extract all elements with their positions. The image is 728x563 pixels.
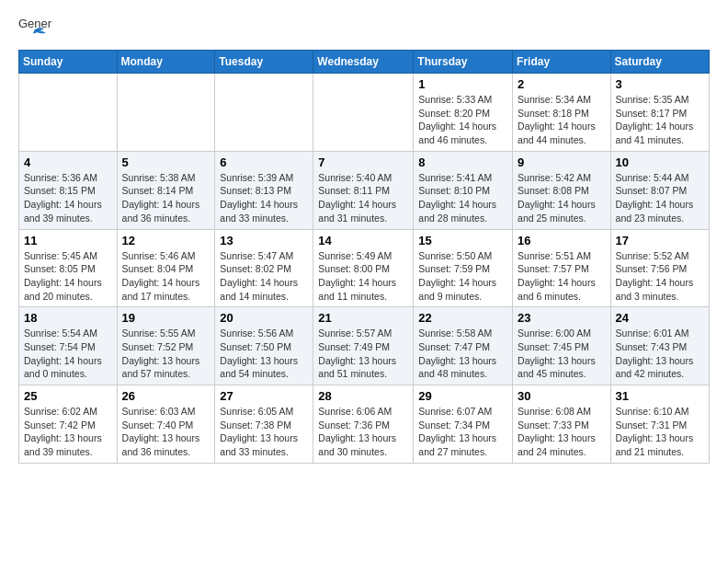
day-number: 10	[616, 155, 704, 169]
calendar-cell: 30Sunrise: 6:08 AM Sunset: 7:33 PM Dayli…	[513, 385, 611, 464]
day-number: 22	[418, 311, 507, 325]
day-number: 26	[122, 389, 210, 403]
calendar-cell: 17Sunrise: 5:52 AM Sunset: 7:56 PM Dayli…	[610, 229, 709, 307]
calendar-table: SundayMondayTuesdayWednesdayThursdayFrid…	[18, 50, 710, 464]
svg-text:General: General	[18, 17, 51, 30]
day-number: 6	[220, 155, 308, 169]
calendar-cell: 31Sunrise: 6:10 AM Sunset: 7:31 PM Dayli…	[610, 385, 709, 464]
day-info: Sunrise: 5:45 AM Sunset: 8:05 PM Dayligh…	[24, 249, 112, 304]
calendar-cell: 25Sunrise: 6:02 AM Sunset: 7:42 PM Dayli…	[19, 385, 118, 464]
calendar-cell: 28Sunrise: 6:06 AM Sunset: 7:36 PM Dayli…	[313, 385, 414, 464]
calendar-cell: 23Sunrise: 6:00 AM Sunset: 7:45 PM Dayli…	[513, 307, 611, 385]
day-number: 25	[24, 389, 112, 403]
day-info: Sunrise: 6:01 AM Sunset: 7:43 PM Dayligh…	[616, 327, 704, 381]
day-of-week-header: Monday	[117, 51, 215, 74]
calendar-cell: 4Sunrise: 5:36 AM Sunset: 8:15 PM Daylig…	[19, 151, 118, 229]
calendar-cell: 24Sunrise: 6:01 AM Sunset: 7:43 PM Dayli…	[610, 307, 709, 385]
day-number: 29	[418, 389, 507, 403]
calendar-cell: 9Sunrise: 5:42 AM Sunset: 8:08 PM Daylig…	[513, 151, 611, 229]
day-number: 12	[122, 234, 210, 247]
day-number: 1	[418, 77, 507, 91]
day-number: 15	[418, 234, 507, 247]
day-number: 3	[616, 77, 704, 91]
day-info: Sunrise: 5:51 AM Sunset: 7:57 PM Dayligh…	[518, 249, 606, 304]
day-number: 2	[518, 77, 606, 91]
calendar-cell: 7Sunrise: 5:40 AM Sunset: 8:11 PM Daylig…	[313, 151, 414, 229]
calendar-header-row: SundayMondayTuesdayWednesdayThursdayFrid…	[19, 51, 710, 74]
day-info: Sunrise: 5:38 AM Sunset: 8:14 PM Dayligh…	[122, 171, 210, 225]
day-info: Sunrise: 6:05 AM Sunset: 7:38 PM Dayligh…	[220, 405, 308, 459]
day-info: Sunrise: 5:40 AM Sunset: 8:11 PM Dayligh…	[318, 171, 408, 225]
header: General	[18, 15, 710, 42]
day-number: 5	[122, 155, 210, 169]
day-info: Sunrise: 5:49 AM Sunset: 8:00 PM Dayligh…	[318, 249, 408, 304]
day-of-week-header: Sunday	[19, 51, 118, 74]
day-info: Sunrise: 6:07 AM Sunset: 7:34 PM Dayligh…	[418, 405, 507, 459]
calendar-cell	[19, 74, 118, 152]
day-info: Sunrise: 5:35 AM Sunset: 8:17 PM Dayligh…	[616, 93, 704, 147]
day-info: Sunrise: 5:55 AM Sunset: 7:52 PM Dayligh…	[122, 327, 210, 381]
calendar-cell: 16Sunrise: 5:51 AM Sunset: 7:57 PM Dayli…	[513, 229, 611, 307]
calendar-cell: 5Sunrise: 5:38 AM Sunset: 8:14 PM Daylig…	[117, 151, 215, 229]
day-number: 23	[518, 311, 606, 325]
day-info: Sunrise: 6:00 AM Sunset: 7:45 PM Dayligh…	[518, 327, 606, 381]
day-number: 14	[318, 234, 408, 247]
logo-icon: General	[18, 15, 51, 42]
day-info: Sunrise: 5:54 AM Sunset: 7:54 PM Dayligh…	[24, 327, 112, 381]
calendar-cell: 27Sunrise: 6:05 AM Sunset: 7:38 PM Dayli…	[215, 385, 313, 464]
calendar-cell	[215, 74, 313, 152]
calendar-cell: 14Sunrise: 5:49 AM Sunset: 8:00 PM Dayli…	[313, 229, 414, 307]
calendar-cell: 13Sunrise: 5:47 AM Sunset: 8:02 PM Dayli…	[215, 229, 313, 307]
day-info: Sunrise: 6:03 AM Sunset: 7:40 PM Dayligh…	[122, 405, 210, 459]
day-info: Sunrise: 5:57 AM Sunset: 7:49 PM Dayligh…	[318, 327, 408, 381]
day-info: Sunrise: 5:46 AM Sunset: 8:04 PM Dayligh…	[122, 249, 210, 304]
day-number: 24	[616, 311, 704, 325]
day-number: 9	[518, 155, 606, 169]
calendar-cell: 11Sunrise: 5:45 AM Sunset: 8:05 PM Dayli…	[19, 229, 118, 307]
day-info: Sunrise: 5:34 AM Sunset: 8:18 PM Dayligh…	[518, 93, 606, 147]
day-of-week-header: Tuesday	[215, 51, 313, 74]
logo: General	[18, 15, 55, 42]
calendar-cell: 18Sunrise: 5:54 AM Sunset: 7:54 PM Dayli…	[19, 307, 118, 385]
calendar-cell: 26Sunrise: 6:03 AM Sunset: 7:40 PM Dayli…	[117, 385, 215, 464]
day-info: Sunrise: 5:52 AM Sunset: 7:56 PM Dayligh…	[616, 249, 704, 304]
calendar-cell: 10Sunrise: 5:44 AM Sunset: 8:07 PM Dayli…	[610, 151, 709, 229]
day-info: Sunrise: 5:50 AM Sunset: 7:59 PM Dayligh…	[418, 249, 507, 304]
calendar-cell	[117, 74, 215, 152]
calendar-cell: 6Sunrise: 5:39 AM Sunset: 8:13 PM Daylig…	[215, 151, 313, 229]
day-info: Sunrise: 5:47 AM Sunset: 8:02 PM Dayligh…	[220, 249, 308, 304]
day-number: 16	[518, 234, 606, 247]
day-number: 19	[122, 311, 210, 325]
calendar-cell: 8Sunrise: 5:41 AM Sunset: 8:10 PM Daylig…	[414, 151, 513, 229]
day-info: Sunrise: 5:41 AM Sunset: 8:10 PM Dayligh…	[418, 171, 507, 225]
day-number: 4	[24, 155, 112, 169]
calendar-week-row: 18Sunrise: 5:54 AM Sunset: 7:54 PM Dayli…	[19, 307, 710, 385]
calendar-cell: 20Sunrise: 5:56 AM Sunset: 7:50 PM Dayli…	[215, 307, 313, 385]
calendar-cell: 29Sunrise: 6:07 AM Sunset: 7:34 PM Dayli…	[414, 385, 513, 464]
calendar-week-row: 25Sunrise: 6:02 AM Sunset: 7:42 PM Dayli…	[19, 385, 710, 464]
calendar-cell: 21Sunrise: 5:57 AM Sunset: 7:49 PM Dayli…	[313, 307, 414, 385]
calendar-week-row: 1Sunrise: 5:33 AM Sunset: 8:20 PM Daylig…	[19, 74, 710, 152]
calendar-cell: 1Sunrise: 5:33 AM Sunset: 8:20 PM Daylig…	[414, 74, 513, 152]
day-of-week-header: Friday	[513, 51, 611, 74]
day-info: Sunrise: 6:10 AM Sunset: 7:31 PM Dayligh…	[616, 405, 704, 459]
day-of-week-header: Thursday	[414, 51, 513, 74]
day-number: 8	[418, 155, 507, 169]
day-number: 28	[318, 389, 408, 403]
calendar-cell: 22Sunrise: 5:58 AM Sunset: 7:47 PM Dayli…	[414, 307, 513, 385]
calendar-cell: 12Sunrise: 5:46 AM Sunset: 8:04 PM Dayli…	[117, 229, 215, 307]
day-number: 17	[616, 234, 704, 247]
day-info: Sunrise: 6:06 AM Sunset: 7:36 PM Dayligh…	[318, 405, 408, 459]
day-of-week-header: Wednesday	[313, 51, 414, 74]
day-number: 11	[24, 234, 112, 247]
day-number: 18	[24, 311, 112, 325]
day-info: Sunrise: 5:56 AM Sunset: 7:50 PM Dayligh…	[220, 327, 308, 381]
calendar-week-row: 11Sunrise: 5:45 AM Sunset: 8:05 PM Dayli…	[19, 229, 710, 307]
calendar-week-row: 4Sunrise: 5:36 AM Sunset: 8:15 PM Daylig…	[19, 151, 710, 229]
day-info: Sunrise: 6:02 AM Sunset: 7:42 PM Dayligh…	[24, 405, 112, 459]
day-info: Sunrise: 5:33 AM Sunset: 8:20 PM Dayligh…	[418, 93, 507, 147]
day-info: Sunrise: 5:44 AM Sunset: 8:07 PM Dayligh…	[616, 171, 704, 225]
day-info: Sunrise: 5:42 AM Sunset: 8:08 PM Dayligh…	[518, 171, 606, 225]
day-number: 13	[220, 234, 308, 247]
day-info: Sunrise: 5:36 AM Sunset: 8:15 PM Dayligh…	[24, 171, 112, 225]
